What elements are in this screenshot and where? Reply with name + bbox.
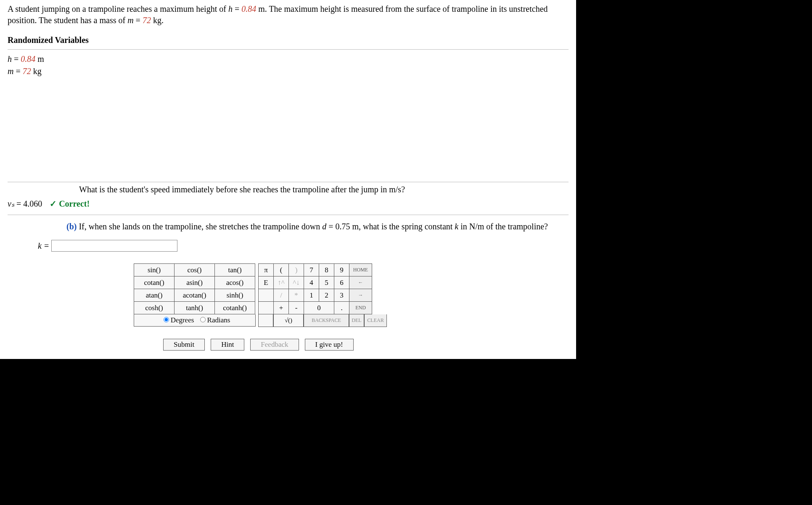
key-blank2 bbox=[259, 302, 274, 314]
key-blank1 bbox=[259, 289, 274, 302]
answer-row: k = bbox=[8, 234, 569, 258]
variable-list: h = 0.84 m m = 72 kg bbox=[8, 52, 569, 79]
calculator-keypad: sin() cos() tan() cotan() asin() acos() … bbox=[134, 263, 378, 327]
divider bbox=[8, 49, 569, 50]
d-symbol: d bbox=[322, 222, 326, 231]
h-value: 0.84 bbox=[241, 4, 256, 13]
var-h-val: 0.84 bbox=[21, 54, 35, 64]
h-eq: = bbox=[233, 4, 241, 13]
key-3[interactable]: 3 bbox=[334, 289, 349, 302]
k-answer-label: k bbox=[38, 241, 42, 251]
numeric-block: π ( ) 7 8 9 HOME E ↑^ ^↓ 4 5 6 bbox=[258, 263, 387, 327]
radians-radio[interactable] bbox=[200, 317, 206, 322]
func-block: sin() cos() tan() cotan() asin() acos() … bbox=[134, 263, 256, 327]
key-dot[interactable]: . bbox=[334, 302, 349, 314]
key-close-paren[interactable]: ) bbox=[289, 264, 304, 276]
key-0[interactable]: 0 bbox=[304, 302, 334, 314]
part-b-question: (b) If, when she lands on the trampoline… bbox=[8, 218, 569, 234]
key-sinh[interactable]: sinh() bbox=[215, 289, 255, 302]
k-answer-eq: = bbox=[44, 241, 49, 251]
key-sqrt[interactable]: √() bbox=[273, 314, 304, 327]
vs-label: vₛ bbox=[8, 199, 14, 208]
key-acotan[interactable]: acotan() bbox=[175, 289, 215, 302]
feedback-button[interactable]: Feedback bbox=[250, 339, 299, 351]
key-acos[interactable]: acos() bbox=[215, 276, 255, 289]
function-table: sin() cos() tan() cotan() asin() acos() … bbox=[134, 263, 255, 314]
correct-indicator: ✓ Correct! bbox=[50, 199, 90, 209]
key-tanh[interactable]: tanh() bbox=[175, 302, 215, 314]
h-symbol: h bbox=[228, 4, 233, 13]
key-2[interactable]: 2 bbox=[319, 289, 334, 302]
key-home[interactable]: HOME bbox=[349, 264, 372, 276]
part-a-answer-row: vₛ = 4.060 ✓ Correct! bbox=[8, 196, 569, 213]
key-open-paren[interactable]: ( bbox=[274, 264, 289, 276]
key-8[interactable]: 8 bbox=[319, 264, 334, 276]
key-5[interactable]: 5 bbox=[319, 276, 334, 289]
vs-value: = 4.060 bbox=[14, 199, 42, 208]
submit-button[interactable]: Submit bbox=[163, 339, 205, 351]
image-placeholder bbox=[8, 79, 569, 180]
key-atan[interactable]: atan() bbox=[134, 289, 175, 302]
numeric-table: π ( ) 7 8 9 HOME E ↑^ ^↓ 4 5 6 bbox=[258, 263, 372, 314]
part-a-question: What is the student's speed immediately … bbox=[8, 185, 569, 196]
key-sin[interactable]: sin() bbox=[134, 264, 175, 276]
key-right[interactable]: → bbox=[349, 289, 372, 302]
key-divide[interactable]: / bbox=[274, 289, 289, 302]
key-plus[interactable]: + bbox=[274, 302, 289, 314]
key-power-down[interactable]: ^↓ bbox=[289, 276, 304, 289]
part-b-label: (b) bbox=[66, 222, 77, 231]
key-clear[interactable]: CLEAR bbox=[364, 314, 387, 327]
var-m-eq: = bbox=[13, 66, 22, 76]
var-h-sym: h bbox=[8, 54, 12, 64]
var-h: h = 0.84 m bbox=[8, 53, 569, 65]
key-cotanh[interactable]: cotanh() bbox=[215, 302, 255, 314]
var-h-eq: = bbox=[12, 54, 21, 64]
var-m-unit: kg bbox=[31, 66, 42, 76]
degrees-option[interactable]: Degrees bbox=[159, 316, 194, 324]
key-7[interactable]: 7 bbox=[304, 264, 319, 276]
part-b-text-a: If, when she lands on the trampoline, sh… bbox=[77, 222, 322, 231]
key-cos[interactable]: cos() bbox=[175, 264, 215, 276]
divider-3 bbox=[8, 215, 569, 215]
key-tan[interactable]: tan() bbox=[215, 264, 255, 276]
radians-option[interactable]: Radians bbox=[196, 316, 230, 324]
key-blank3 bbox=[258, 314, 273, 327]
key-9[interactable]: 9 bbox=[334, 264, 349, 276]
radians-label: Radians bbox=[207, 316, 230, 324]
key-1[interactable]: 1 bbox=[304, 289, 319, 302]
key-pi[interactable]: π bbox=[259, 264, 274, 276]
h-unit: m. bbox=[256, 4, 269, 13]
var-m: m = 72 kg bbox=[8, 65, 569, 77]
m-eq: = bbox=[134, 16, 143, 25]
key-minus[interactable]: - bbox=[289, 302, 304, 314]
giveup-button[interactable]: I give up! bbox=[305, 339, 354, 351]
problem-page: A student jumping on a trampoline reache… bbox=[0, 0, 576, 359]
var-m-sym: m bbox=[8, 66, 13, 76]
m-unit: kg. bbox=[151, 16, 164, 25]
d-eq-text: = 0.75 m, what is the spring constant bbox=[326, 222, 455, 231]
vs-result: vₛ = 4.060 bbox=[8, 199, 42, 209]
problem-statement: A student jumping on a trampoline reache… bbox=[8, 3, 569, 31]
intro-prefix: A student jumping on a trampoline reache… bbox=[8, 4, 228, 13]
key-power-up[interactable]: ↑^ bbox=[274, 276, 289, 289]
correct-text: Correct! bbox=[57, 199, 90, 208]
key-cosh[interactable]: cosh() bbox=[134, 302, 175, 314]
key-6[interactable]: 6 bbox=[334, 276, 349, 289]
divider-2 bbox=[8, 182, 569, 182]
m-symbol: m bbox=[127, 16, 133, 25]
key-e[interactable]: E bbox=[259, 276, 274, 289]
key-end[interactable]: END bbox=[349, 302, 372, 314]
degrees-radio[interactable] bbox=[164, 317, 169, 322]
answer-input[interactable] bbox=[51, 240, 177, 252]
key-cotan[interactable]: cotan() bbox=[134, 276, 175, 289]
key-asin[interactable]: asin() bbox=[175, 276, 215, 289]
key-backspace[interactable]: BACKSPACE bbox=[304, 314, 349, 327]
key-del[interactable]: DEL bbox=[349, 314, 364, 327]
k-symbol: k bbox=[455, 222, 458, 231]
angle-mode: Degrees Radians bbox=[134, 314, 256, 327]
key-4[interactable]: 4 bbox=[304, 276, 319, 289]
hint-button[interactable]: Hint bbox=[211, 339, 244, 351]
randomized-variables-title: Randomized Variables bbox=[8, 31, 569, 48]
key-left[interactable]: ← bbox=[349, 276, 372, 289]
key-multiply[interactable]: * bbox=[289, 289, 304, 302]
